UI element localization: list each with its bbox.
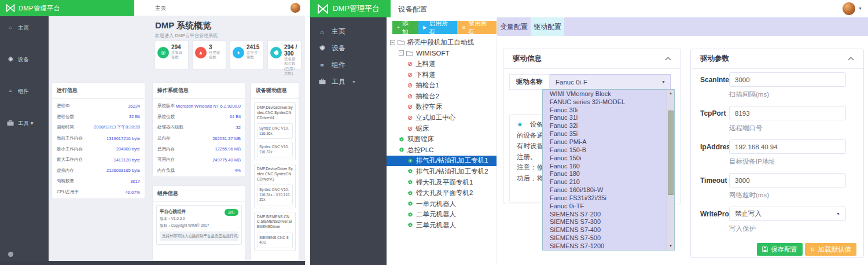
stat-card: ◎294采集设备数 — [155, 41, 188, 69]
avatar[interactable] — [290, 3, 300, 13]
stat-cards: ◎294采集设备数▲3停用设备数♦2415监控变量数294 / 300设备授权点… — [155, 41, 301, 69]
dropdown-option[interactable]: Fanuc 32i — [543, 122, 674, 130]
tree-node-label: 立式加工中心 — [415, 113, 455, 122]
tree-node-label: 上料道 — [415, 60, 436, 68]
tree-node[interactable]: ⊘下料道 — [387, 69, 496, 80]
avatar[interactable] — [843, 2, 855, 15]
dropdown-option[interactable]: Fanuc FS31i/32i/35i — [543, 194, 674, 202]
dropdown-option[interactable]: SIEMENS S7-1200 — [543, 242, 674, 250]
添加-button[interactable]: +添加 — [392, 21, 418, 34]
tree-node[interactable]: 三单元机器人 — [387, 220, 496, 231]
tree-node[interactable]: ⊘数控车床 — [387, 102, 496, 113]
collapse-chevron-icon[interactable] — [665, 57, 671, 63]
info-label: 已用内存 — [157, 146, 175, 152]
tab-驱动配置[interactable]: 驱动配置 — [531, 17, 564, 36]
component-copyright: 版权：Copyright WIMI© 2017 — [160, 223, 238, 229]
star-icon: ★ — [517, 120, 523, 128]
sidebar-item-主页[interactable]: ⌂主页 — [0, 24, 49, 56]
tab-变量配置[interactable]: 变量配置 — [497, 17, 531, 36]
tree-node[interactable]: 二单元机器人 — [387, 209, 496, 220]
IpAddress-input[interactable] — [729, 139, 846, 154]
collapse-minus-icon[interactable]: − — [390, 40, 395, 45]
info-row: 可用内存249775.40 MB — [153, 154, 245, 165]
page-subtitle: 欢迎进入 DMP云平台管理系统 — [155, 32, 218, 39]
info-label: 最大工作内存 — [57, 157, 83, 163]
tree-node[interactable]: −WIMISOFT — [387, 48, 496, 59]
tree-node[interactable]: −桥壳中段机加工自动线 — [387, 37, 496, 48]
info-value: 12255.96 MB — [215, 146, 241, 152]
启用所有-button[interactable]: ▶启用所有 — [418, 21, 457, 34]
driver-group: DMP.DeviceDriver.Syntec.CNC.SyntecCNCDri… — [254, 102, 296, 160]
dropdown-option[interactable]: Fanuc PMi-A — [543, 138, 674, 146]
tree-node[interactable]: ⊘锯床 — [387, 123, 496, 134]
sidebar-item-组件[interactable]: ≡组件 — [0, 88, 49, 120]
disabled-icon: ⊘ — [407, 60, 413, 68]
tree-node-label: 一单元机器人 — [416, 200, 456, 208]
tree-node[interactable]: ⊘上料道 — [387, 58, 496, 69]
tag-icon: ♦ — [233, 47, 244, 58]
driver-name-select[interactable]: Fanuc 0i-F ▼ — [550, 74, 671, 90]
dropdown-option[interactable]: SIEMENS S7-200 — [543, 210, 674, 218]
tree-node[interactable]: 一单元机器人 — [387, 198, 496, 209]
stat-card: ▲3停用设备数 — [193, 41, 226, 69]
param-hint: 网络超时(ms) — [729, 191, 769, 200]
driver-group: DMP.DeviceDriver.Syntec.CNC.SyntecCNCDri… — [254, 164, 296, 208]
tree-node[interactable]: ⊘立式加工中心 — [387, 112, 496, 123]
WriteProtect-select[interactable]: 禁止写入▼ — [729, 207, 846, 221]
dropdown-option[interactable]: FANUC series 32i-MODEL — [543, 98, 674, 106]
info-value: 249775.40 MB — [212, 157, 241, 163]
sidebar-item-主页[interactable]: ⌂主页 — [310, 23, 387, 40]
os-info-card: 操作系统信息 系统版本Microsoft Windows NT 6.2.9200… — [153, 83, 245, 176]
sidebar-item-设备[interactable]: 设备 — [0, 56, 49, 88]
collapse-minus-icon[interactable]: − — [399, 50, 404, 56]
scrollbar-thumb[interactable] — [668, 111, 674, 195]
tree-node[interactable]: ⊘抽检台1 — [387, 80, 496, 91]
tree-node[interactable]: 总控PLC — [387, 145, 496, 156]
dropdown-option[interactable]: Fanuc 160i/180i-W — [543, 186, 674, 194]
禁用所有-button[interactable]: ⊘禁用所有 — [457, 21, 496, 34]
tree-node[interactable]: 镗大孔及平面专机2 — [387, 187, 496, 198]
driver-group-name: DMP.SIEMENS.CNC.SIEMENSDriver.SIEMENSDri… — [257, 215, 293, 230]
dropdown-option[interactable]: SIEMENS S7-500 — [543, 234, 674, 242]
ScanInterval-input[interactable] — [729, 72, 846, 87]
card-title: 操作系统信息 — [153, 83, 245, 99]
dropdown-option[interactable]: Fanuc 31i — [543, 114, 674, 122]
page-title: DMP 系统概览 — [155, 20, 211, 31]
tree-node[interactable]: 镗大孔及平面专机1 — [387, 177, 496, 188]
scroll-up-icon[interactable]: ▲ — [667, 90, 674, 97]
TcpPort-input[interactable] — [729, 106, 846, 120]
sidebar-item-工具[interactable]: 工具▼ — [310, 73, 387, 90]
tree-node[interactable]: 排气孔/钻油孔加工专机2 — [387, 166, 496, 177]
sidebar-item-设备[interactable]: 设备 — [310, 40, 387, 57]
folder-icon — [398, 39, 404, 45]
info-row: 系统版本Microsoft Windows NT 6.2.9200.0 — [153, 101, 245, 112]
scroll-down-icon[interactable]: ▼ — [667, 242, 674, 250]
dropdown-option[interactable]: Fanuc 210 — [543, 178, 674, 186]
加载默认值-button[interactable]: ↻加载默认值 — [805, 243, 856, 256]
param-hint: 扫描间隔(ms) — [729, 90, 769, 99]
info-value: 40.07% — [126, 190, 140, 195]
dropdown-option[interactable]: Fanuc 30i — [543, 106, 674, 114]
dropdown-option[interactable]: Fanuc 0i-TF — [543, 202, 674, 210]
tree-node[interactable]: ⊘抽检台2 — [387, 91, 496, 102]
dropdown-option[interactable]: Fanuc 160 — [543, 162, 674, 170]
tree-node-label: 数控车床 — [415, 102, 442, 111]
tree-node[interactable]: 双面镗床 — [387, 134, 496, 145]
dropdown-option[interactable]: Fanuc 150i — [543, 154, 674, 162]
dropdown-option[interactable]: SIEMENS S7-300 — [543, 218, 674, 226]
保存配置-button[interactable]: 保存配置 — [757, 243, 803, 256]
dropdown-option[interactable]: WIMI VMemory Block — [543, 90, 674, 98]
dropdown-option[interactable]: Fanuc 150-B — [543, 146, 674, 154]
dropdown-option[interactable]: Fanuc 35i — [543, 130, 674, 138]
tree-node[interactable]: 排气孔/钻油孔加工专机1 — [387, 156, 496, 167]
Timeout-input[interactable] — [729, 173, 846, 187]
sidebar-item-工具[interactable]: 工具 ▾ — [0, 120, 49, 152]
dropdown-option[interactable]: SIEMENS S7-400 — [543, 226, 674, 234]
avatar-caret-icon[interactable]: ▼ — [858, 6, 862, 10]
plus-icon: + — [397, 25, 400, 30]
sidebar-item-组件[interactable]: ≡组件 — [310, 57, 387, 73]
dropdown-option[interactable]: Fanuc 180 — [543, 170, 674, 178]
dropdown-scrollbar[interactable]: ▲▼ — [667, 90, 674, 250]
refresh-icon: ↻ — [810, 246, 815, 253]
param-label: ScanInterval — [700, 76, 729, 84]
